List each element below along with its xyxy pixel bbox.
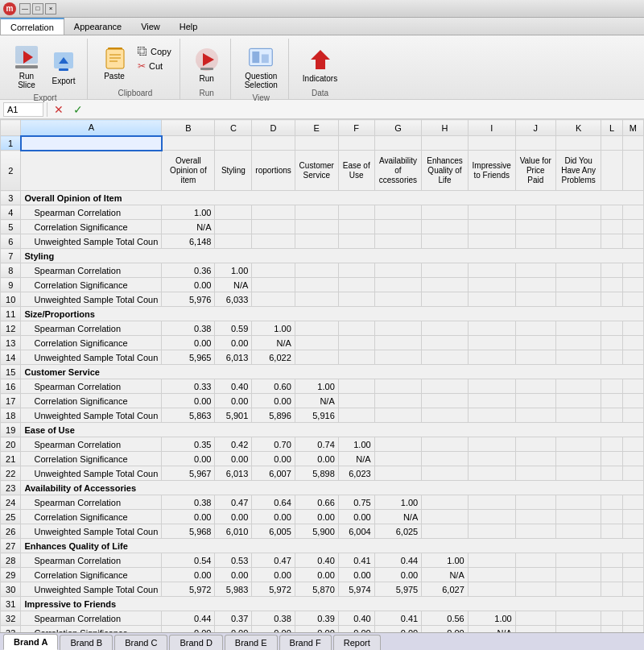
cell-c12[interactable]: 0.59: [215, 321, 252, 336]
cell-h6[interactable]: [422, 234, 469, 249]
cell-c1[interactable]: [215, 136, 252, 151]
cell-a1[interactable]: [21, 136, 162, 151]
cell-e10[interactable]: [295, 292, 338, 307]
cell-d18[interactable]: 5,896: [252, 408, 295, 423]
cell-a16[interactable]: Spearman Correlation: [21, 379, 162, 394]
cell-c2[interactable]: Styling: [215, 151, 252, 191]
cell-h8[interactable]: [422, 263, 469, 278]
col-header-l[interactable]: L: [601, 120, 622, 136]
cell-g10[interactable]: [374, 292, 422, 307]
cell-b6[interactable]: 6,148: [162, 234, 215, 249]
cell-j25[interactable]: [515, 510, 555, 524]
cell-f9[interactable]: [338, 278, 374, 292]
cell-h14[interactable]: [422, 350, 469, 365]
cell-g22[interactable]: [374, 466, 422, 481]
cell-c17[interactable]: 0.00: [215, 394, 252, 408]
cell-i2[interactable]: Impressiveto Friends: [468, 151, 515, 191]
copy-button[interactable]: ⿻ Copy: [136, 45, 173, 58]
cell-h17[interactable]: [422, 394, 469, 408]
cell-i10[interactable]: [468, 292, 515, 307]
paste-button[interactable]: Paste: [97, 42, 131, 83]
cell-c6[interactable]: [215, 234, 252, 249]
cell-m25[interactable]: [622, 510, 643, 524]
formula-input[interactable]: [89, 105, 641, 114]
cell-g4[interactable]: [374, 205, 422, 220]
cell-c16[interactable]: 0.40: [215, 379, 252, 394]
cell-k33[interactable]: [555, 626, 601, 633]
indicators-button[interactable]: Indicators: [299, 44, 341, 85]
cell-a4[interactable]: Spearman Correlation: [21, 205, 162, 220]
cell-k9[interactable]: [555, 278, 601, 292]
cell-a5[interactable]: Correlation Significance: [21, 220, 162, 234]
cell-i21[interactable]: [468, 452, 515, 466]
cell-e24[interactable]: 0.66: [295, 495, 338, 510]
col-header-k[interactable]: K: [555, 120, 601, 136]
cell-j21[interactable]: [515, 452, 555, 466]
cell-h25[interactable]: [422, 510, 469, 524]
cell-k24[interactable]: [555, 495, 601, 510]
cell-e33[interactable]: 0.00: [295, 626, 338, 633]
cell-h2[interactable]: EnhancesQuality ofLife: [422, 151, 469, 191]
cell-l29[interactable]: [601, 568, 622, 582]
window-controls[interactable]: — □ ×: [19, 3, 56, 14]
cell-a7[interactable]: Styling: [21, 249, 644, 263]
cell-l26[interactable]: [601, 524, 622, 539]
cell-a28[interactable]: Spearman Correlation: [21, 553, 162, 568]
cell-b21[interactable]: 0.00: [162, 452, 215, 466]
tab-report[interactable]: Report: [333, 635, 381, 650]
cell-e5[interactable]: [295, 220, 338, 234]
cell-e21[interactable]: 0.00: [295, 452, 338, 466]
col-header-e[interactable]: E: [295, 120, 338, 136]
tab-brand-b[interactable]: Brand B: [60, 635, 113, 650]
cell-d21[interactable]: 0.00: [252, 452, 295, 466]
cell-d12[interactable]: 1.00: [252, 321, 295, 336]
cell-a33[interactable]: Correlation Significance: [21, 626, 162, 633]
cell-g2[interactable]: Availabilityofccessories: [374, 151, 422, 191]
cell-g26[interactable]: 6,025: [374, 524, 422, 539]
cell-i6[interactable]: [468, 234, 515, 249]
row-header-9[interactable]: 9: [1, 278, 21, 292]
cell-g9[interactable]: [374, 278, 422, 292]
cell-m14[interactable]: [622, 350, 643, 365]
cell-m13[interactable]: [622, 336, 643, 350]
cell-d24[interactable]: 0.64: [252, 495, 295, 510]
cell-a22[interactable]: Unweighted Sample Total Coun: [21, 466, 162, 481]
cell-e16[interactable]: 1.00: [295, 379, 338, 394]
cell-d22[interactable]: 6,007: [252, 466, 295, 481]
cell-e18[interactable]: 5,916: [295, 408, 338, 423]
cell-l30[interactable]: [601, 582, 622, 597]
cell-b18[interactable]: 5,863: [162, 408, 215, 423]
cell-d29[interactable]: 0.00: [252, 568, 295, 582]
cell-d9[interactable]: [252, 278, 295, 292]
cell-e28[interactable]: 0.40: [295, 553, 338, 568]
cell-j10[interactable]: [515, 292, 555, 307]
cell-m5[interactable]: [622, 220, 643, 234]
cell-m29[interactable]: [622, 568, 643, 582]
question-selection-button[interactable]: QuestionSelection: [241, 42, 282, 92]
cell-d13[interactable]: N/A: [252, 336, 295, 350]
cell-h29[interactable]: N/A: [422, 568, 469, 582]
cell-e32[interactable]: 0.39: [295, 611, 338, 626]
cell-b14[interactable]: 5,965: [162, 350, 215, 365]
cell-a31[interactable]: Impressive to Friends: [21, 597, 644, 611]
cell-f13[interactable]: [338, 336, 374, 350]
cell-b9[interactable]: 0.00: [162, 278, 215, 292]
cell-h5[interactable]: [422, 220, 469, 234]
cell-f1[interactable]: [338, 136, 374, 151]
export-button[interactable]: Export: [47, 47, 80, 88]
cell-b22[interactable]: 5,967: [162, 466, 215, 481]
cell-f16[interactable]: [338, 379, 374, 394]
cell-g24[interactable]: 1.00: [374, 495, 422, 510]
cell-f22[interactable]: 6,023: [338, 466, 374, 481]
cell-l18[interactable]: [601, 408, 622, 423]
cell-k32[interactable]: [555, 611, 601, 626]
cell-d25[interactable]: 0.00: [252, 510, 295, 524]
cell-g1[interactable]: [374, 136, 422, 151]
row-header-4[interactable]: 4: [1, 205, 21, 220]
cell-a20[interactable]: Spearman Correlation: [21, 437, 162, 452]
cell-g20[interactable]: [374, 437, 422, 452]
cell-f26[interactable]: 6,004: [338, 524, 374, 539]
cell-c33[interactable]: 0.00: [215, 626, 252, 633]
cell-c5[interactable]: [215, 220, 252, 234]
cell-f29[interactable]: 0.00: [338, 568, 374, 582]
